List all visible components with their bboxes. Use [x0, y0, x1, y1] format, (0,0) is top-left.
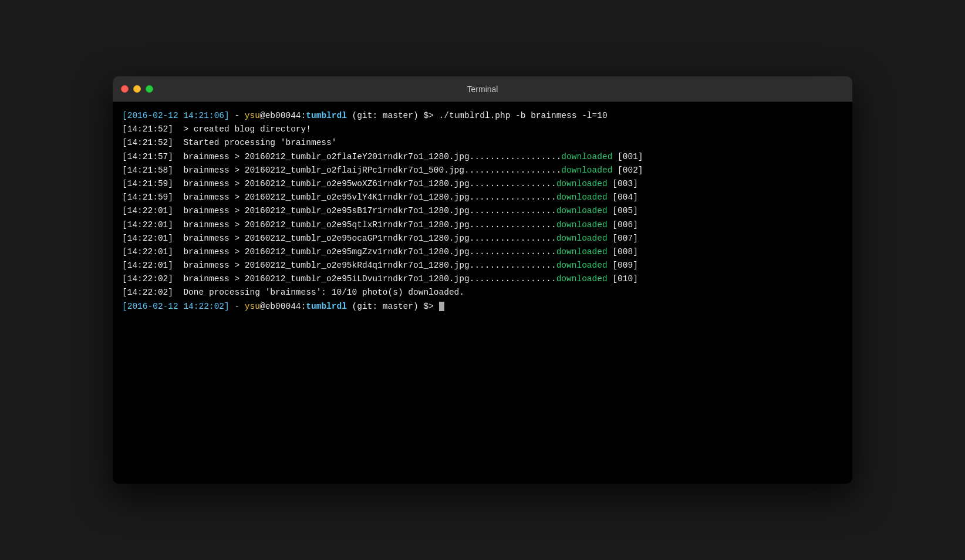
terminal-text: downloaded: [556, 220, 608, 230]
terminal-text: ysu: [245, 111, 260, 120]
terminal-text: -: [230, 302, 245, 311]
terminal-text: tumblrdl: [306, 111, 347, 120]
terminal-text: [14:21:52] Started processing 'brainmess…: [122, 138, 336, 147]
terminal-cursor: [439, 302, 444, 311]
window-title: Terminal: [467, 85, 498, 94]
terminal-text: [003]: [608, 179, 638, 188]
terminal-text: [001]: [612, 152, 643, 161]
terminal-text: (git: master) $>: [347, 302, 439, 311]
terminal-line: [14:22:01] brainmess > 20160212_tumblr_o…: [122, 218, 843, 232]
close-button[interactable]: [121, 85, 129, 93]
terminal-text: [004]: [608, 193, 638, 202]
traffic-lights: [121, 85, 153, 93]
terminal-text: [009]: [608, 261, 638, 270]
terminal-text: downloaded: [556, 193, 608, 202]
terminal-text: downloaded: [556, 261, 608, 270]
minimize-button[interactable]: [133, 85, 141, 93]
terminal-text: downloaded: [556, 234, 608, 243]
terminal-text: downloaded: [556, 206, 608, 215]
terminal-line: [14:21:59] brainmess > 20160212_tumblr_o…: [122, 177, 843, 191]
terminal-text: [14:22:01] brainmess > 20160212_tumblr_o…: [122, 220, 556, 230]
terminal-text: downloaded: [561, 166, 612, 175]
titlebar: Terminal: [113, 76, 852, 102]
terminal-line: [14:22:02] Done processing 'brainmess': …: [122, 286, 843, 299]
terminal-text: [006]: [608, 220, 638, 230]
terminal-text: [14:21:58] brainmess > 20160212_tumblr_o…: [122, 166, 561, 175]
terminal-line: [14:21:52] Started processing 'brainmess…: [122, 136, 843, 150]
maximize-button[interactable]: [146, 85, 153, 93]
terminal-text: [14:22:01] brainmess > 20160212_tumblr_o…: [122, 247, 556, 257]
terminal-text: [010]: [608, 274, 638, 284]
terminal-line: [14:21:59] brainmess > 20160212_tumblr_o…: [122, 191, 843, 204]
terminal-text: [14:21:59] brainmess > 20160212_tumblr_o…: [122, 193, 556, 202]
terminal-text: [002]: [612, 166, 643, 175]
terminal-line: [14:22:02] brainmess > 20160212_tumblr_o…: [122, 272, 843, 286]
terminal-text: (git: master) $> ./tumblrdl.php -b brain…: [347, 111, 608, 120]
terminal-text: tumblrdl: [306, 302, 347, 311]
terminal-text: [007]: [608, 234, 638, 243]
terminal-text: [14:21:59] brainmess > 20160212_tumblr_o…: [122, 179, 556, 188]
terminal-line: [14:22:01] brainmess > 20160212_tumblr_o…: [122, 259, 843, 272]
terminal-line: [14:22:01] brainmess > 20160212_tumblr_o…: [122, 245, 843, 259]
terminal-text: [2016-02-12 14:21:06]: [122, 111, 230, 120]
terminal-text: downloaded: [556, 179, 608, 188]
terminal-body[interactable]: [2016-02-12 14:21:06] - ysu@eb00044:tumb…: [113, 102, 852, 484]
terminal-text: [14:22:02] brainmess > 20160212_tumblr_o…: [122, 274, 556, 284]
terminal-text: [005]: [608, 206, 638, 215]
terminal-line: [14:21:52] > created blog directory!: [122, 123, 843, 136]
terminal-text: [14:22:01] brainmess > 20160212_tumblr_o…: [122, 234, 556, 243]
terminal-text: @eb00044:: [260, 111, 306, 120]
terminal-line: [2016-02-12 14:22:02] - ysu@eb00044:tumb…: [122, 300, 843, 313]
terminal-line: [14:22:01] brainmess > 20160212_tumblr_o…: [122, 204, 843, 218]
terminal-text: downloaded: [556, 274, 608, 284]
terminal-text: @eb00044:: [260, 302, 306, 311]
terminal-text: [14:21:52] > created blog directory!: [122, 124, 311, 134]
terminal-text: downloaded: [561, 152, 612, 161]
terminal-line: [14:22:01] brainmess > 20160212_tumblr_o…: [122, 232, 843, 245]
terminal-text: [008]: [608, 247, 638, 257]
terminal-text: [2016-02-12 14:22:02]: [122, 302, 230, 311]
terminal-line: [14:21:58] brainmess > 20160212_tumblr_o…: [122, 164, 843, 177]
terminal-text: [14:22:02] Done processing 'brainmess': …: [122, 288, 464, 297]
terminal-text: [14:22:01] brainmess > 20160212_tumblr_o…: [122, 261, 556, 270]
terminal-line: [14:21:57] brainmess > 20160212_tumblr_o…: [122, 150, 843, 164]
terminal-text: [14:22:01] brainmess > 20160212_tumblr_o…: [122, 206, 556, 215]
terminal-window: Terminal [2016-02-12 14:21:06] - ysu@eb0…: [113, 76, 852, 484]
terminal-text: downloaded: [556, 247, 608, 257]
terminal-text: -: [230, 111, 245, 120]
terminal-line: [2016-02-12 14:21:06] - ysu@eb00044:tumb…: [122, 109, 843, 123]
terminal-text: ysu: [245, 302, 260, 311]
terminal-text: [14:21:57] brainmess > 20160212_tumblr_o…: [122, 152, 561, 161]
